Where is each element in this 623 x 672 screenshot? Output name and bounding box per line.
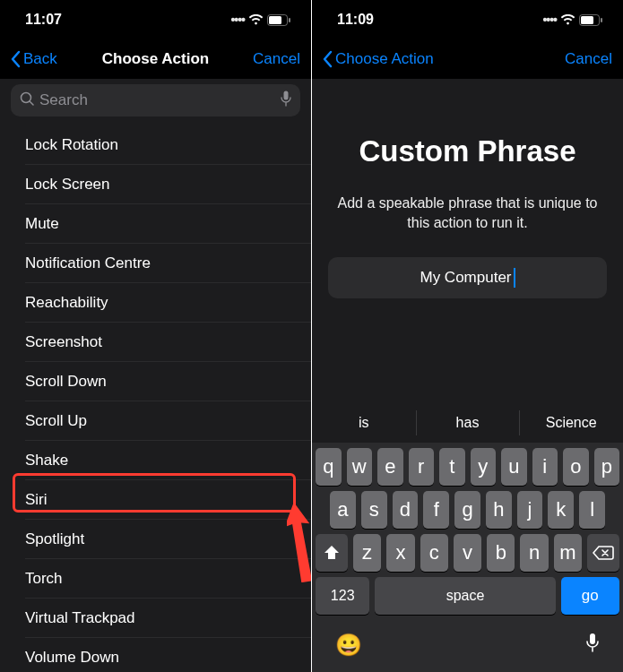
action-row[interactable]: Notification Centre: [0, 244, 311, 283]
key-shift[interactable]: [316, 534, 348, 572]
status-time: 11:07: [25, 12, 62, 28]
back-button[interactable]: Back: [11, 50, 57, 68]
key-c[interactable]: c: [420, 534, 448, 572]
keyboard: is has Science qwertyuiop asdfghjkl zxcv…: [312, 403, 623, 672]
cancel-label: Cancel: [565, 50, 612, 68]
phone-left: 11:07 •••• Back Choose Action Cancel: [0, 0, 311, 672]
action-list: Lock RotationLock ScreenMuteNotification…: [0, 125, 311, 672]
action-row[interactable]: Lock Rotation: [0, 125, 311, 165]
key-k[interactable]: k: [548, 491, 574, 529]
action-row[interactable]: Lock Screen: [0, 165, 311, 204]
search-input[interactable]: [39, 91, 275, 109]
key-l[interactable]: l: [579, 491, 605, 529]
action-row[interactable]: Torch: [0, 559, 311, 599]
key-y[interactable]: y: [471, 448, 497, 486]
key-x[interactable]: x: [386, 534, 414, 572]
action-row[interactable]: Siri: [0, 480, 311, 520]
key-delete[interactable]: [587, 534, 619, 572]
key-e[interactable]: e: [377, 448, 403, 486]
cell-signal-icon: ••••: [230, 13, 245, 27]
chevron-left-icon: [323, 50, 333, 68]
status-bar: 11:09 ••••: [312, 0, 623, 39]
cancel-button[interactable]: Cancel: [253, 50, 300, 68]
key-w[interactable]: w: [347, 448, 373, 486]
suggestion-bar: is has Science: [312, 403, 623, 443]
key-g[interactable]: g: [454, 491, 480, 529]
suggestion[interactable]: Science: [519, 403, 623, 443]
cell-signal-icon: ••••: [542, 13, 557, 27]
svg-rect-5: [284, 91, 289, 100]
key-h[interactable]: h: [486, 491, 512, 529]
status-right: ••••: [230, 13, 291, 27]
mic-icon[interactable]: [281, 90, 291, 110]
svg-rect-8: [601, 18, 602, 22]
svg-rect-1: [269, 16, 281, 24]
key-u[interactable]: u: [501, 448, 527, 486]
wifi-icon: [248, 14, 264, 25]
key-j[interactable]: j: [517, 491, 543, 529]
key-v[interactable]: v: [454, 534, 481, 572]
key-a[interactable]: a: [330, 491, 356, 529]
back-button[interactable]: Choose Action: [323, 50, 434, 68]
back-label: Back: [23, 50, 57, 68]
keyboard-bottom: 😀: [312, 620, 623, 672]
dictation-icon[interactable]: [585, 633, 600, 658]
phrase-value: My Computer: [420, 269, 511, 287]
svg-line-4: [30, 101, 33, 105]
cancel-label: Cancel: [253, 50, 300, 68]
search-field[interactable]: [11, 84, 300, 116]
status-bar: 11:07 ••••: [0, 0, 311, 39]
key-p[interactable]: p: [594, 448, 620, 486]
text-caret: [514, 268, 515, 288]
key-q[interactable]: q: [316, 448, 342, 486]
action-row[interactable]: Scroll Up: [0, 401, 311, 441]
suggestion[interactable]: has: [416, 403, 520, 443]
battery-icon: [579, 14, 603, 26]
status-right: ••••: [542, 13, 603, 27]
key-numbers[interactable]: 123: [316, 577, 369, 615]
action-row[interactable]: Screenshot: [0, 323, 311, 362]
chevron-left-icon: [11, 50, 22, 68]
battery-icon: [267, 14, 291, 26]
back-label: Choose Action: [335, 50, 434, 68]
status-time: 11:09: [337, 12, 374, 28]
shift-icon: [323, 545, 341, 561]
nav-bar: Back Choose Action Cancel: [0, 39, 311, 79]
key-d[interactable]: d: [393, 491, 419, 529]
page-subtitle: Add a speakable phrase that is unique to…: [335, 194, 600, 232]
action-row[interactable]: Reachability: [0, 283, 311, 323]
wifi-icon: [560, 14, 575, 25]
svg-rect-2: [289, 18, 290, 22]
key-go[interactable]: go: [561, 577, 619, 615]
key-o[interactable]: o: [563, 448, 589, 486]
svg-rect-7: [581, 16, 593, 24]
key-n[interactable]: n: [520, 534, 548, 572]
key-b[interactable]: b: [487, 534, 515, 572]
action-row[interactable]: Virtual Trackpad: [0, 599, 311, 638]
phone-right: 11:09 •••• Choose Action Cancel Custom P…: [312, 0, 623, 672]
phrase-input[interactable]: My Computer: [328, 257, 607, 298]
key-z[interactable]: z: [353, 534, 381, 572]
action-row[interactable]: Shake: [0, 441, 311, 480]
action-row[interactable]: Volume Down: [0, 638, 311, 672]
key-s[interactable]: s: [361, 491, 387, 529]
nav-bar: Choose Action Cancel: [312, 39, 623, 79]
key-m[interactable]: m: [554, 534, 582, 572]
key-t[interactable]: t: [439, 448, 465, 486]
key-space[interactable]: space: [375, 577, 555, 615]
search-icon: [20, 91, 34, 109]
suggestion[interactable]: is: [312, 403, 416, 443]
action-row[interactable]: Mute: [0, 204, 311, 244]
delete-icon: [593, 545, 614, 561]
key-i[interactable]: i: [532, 448, 558, 486]
key-f[interactable]: f: [423, 491, 449, 529]
svg-rect-9: [590, 633, 595, 644]
cancel-button[interactable]: Cancel: [565, 50, 612, 68]
action-row[interactable]: Spotlight: [0, 520, 311, 559]
emoji-icon[interactable]: 😀: [335, 633, 362, 658]
page-title: Custom Phrase: [312, 134, 623, 168]
key-r[interactable]: r: [409, 448, 435, 486]
action-row[interactable]: Scroll Down: [0, 362, 311, 401]
